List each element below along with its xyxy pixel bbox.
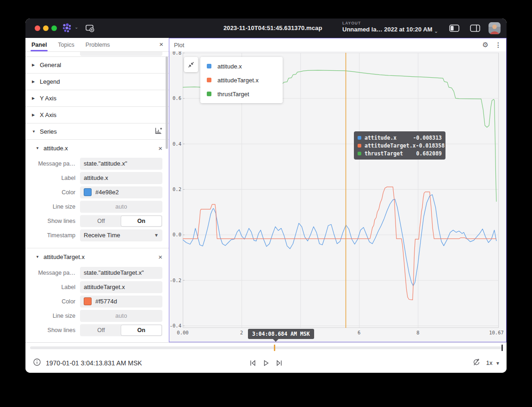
seek-backward-button[interactable] (249, 359, 257, 367)
info-icon[interactable] (33, 358, 41, 368)
x-axis-tick-label: 10.67 (486, 330, 506, 335)
add-panel-icon[interactable] (85, 23, 95, 35)
tooltip-swatch (358, 136, 361, 140)
line-size-input[interactable]: auto (80, 201, 162, 213)
message-path-input[interactable]: state."attitudeTarget.x" (80, 267, 162, 279)
minimize-window-button[interactable] (43, 25, 49, 31)
series-editor-header-attitude-target-x[interactable]: ▼ attitudeTarget.x × (25, 248, 169, 264)
collapse-legend-button[interactable] (184, 57, 198, 72)
playback-right-controls: 1x ▼ (472, 358, 500, 368)
color-label: Color (25, 298, 80, 305)
scrubber-playhead-marker[interactable] (501, 345, 503, 351)
chevron-down-icon: ▼ (36, 146, 41, 150)
legend-item-thrust-target[interactable]: thrustTarget (200, 87, 283, 101)
file-title: 2023-11-10T04:51:45.631370.mcap (223, 25, 322, 31)
transport-controls (249, 359, 283, 367)
plot-panel-title: Plot (174, 42, 184, 49)
sidebar-scrollbar[interactable] (166, 56, 168, 149)
right-sidebar-toggle-icon[interactable] (470, 24, 481, 34)
loop-disabled-icon[interactable] (472, 358, 481, 368)
color-input[interactable]: #f5774d (80, 296, 162, 308)
foxglove-logo-icon[interactable] (62, 23, 73, 36)
user-avatar[interactable] (489, 22, 501, 34)
sidebar-scroll-area[interactable]: Title Plot ▶ General ▶ Legend ▶ Y Axis (25, 52, 169, 342)
series-fields-attitude-target-x: Message pa… state."attitudeTarget.x" Lab… (25, 264, 169, 340)
zoom-window-button[interactable] (51, 25, 57, 31)
show-lines-label: Show lines (25, 327, 80, 333)
app-window: ⌄ 2023-11-10T04:51:45.631370.mcap LAYOUT… (25, 18, 507, 373)
remove-series-icon[interactable]: × (158, 253, 162, 260)
section-y-axis[interactable]: ▶ Y Axis (25, 90, 169, 106)
title-bar: ⌄ 2023-11-10T04:51:45.631370.mcap LAYOUT… (25, 18, 507, 38)
line-size-input[interactable]: auto (80, 310, 162, 322)
legend-item-attitude-x[interactable]: attitude.x (200, 59, 283, 73)
more-options-icon[interactable]: ⋮ (495, 41, 501, 49)
tab-panel[interactable]: Panel (31, 38, 47, 51)
add-series-icon[interactable] (155, 127, 162, 136)
section-series[interactable]: ▼ Series (25, 123, 169, 140)
message-path-label: Message pa… (25, 160, 80, 167)
label-input[interactable]: attitude.x (80, 172, 162, 184)
section-legend[interactable]: ▶ Legend (25, 73, 169, 90)
play-button[interactable] (262, 359, 270, 367)
timeline-scrubber[interactable] (30, 346, 503, 349)
chevron-down-icon: ▼ (32, 130, 37, 134)
line-size-label: Line size (25, 204, 80, 210)
sidebar-close-icon[interactable]: × (159, 40, 163, 48)
timestamp-label: Timestamp (25, 232, 80, 239)
legend-swatch (207, 92, 211, 96)
layout-caret-icon: ⌄ (434, 28, 438, 34)
color-input[interactable]: #4e98e2 (80, 186, 162, 198)
sidebar-tab-bar: Panel Topics Problems × (25, 38, 169, 52)
legend-swatch (207, 78, 211, 82)
tab-problems[interactable]: Problems (86, 38, 110, 51)
label-input[interactable]: attitudeTarget.x (80, 281, 162, 293)
legend-swatch (207, 64, 211, 68)
chevron-down-icon: ▼ (495, 361, 500, 366)
color-swatch[interactable] (84, 297, 92, 305)
seek-forward-button[interactable] (275, 359, 283, 367)
timestamp-value: Receive Time (84, 232, 120, 239)
y-axis-tick-label: 0.0 (169, 232, 181, 237)
color-hex-text: #f5774d (95, 298, 117, 305)
chart-area[interactable]: 0.80.60.40.20.0-0.2-0.4 0.00246810.67 at… (169, 51, 506, 342)
y-axis-tick-label: 0.4 (169, 141, 181, 147)
settings-gear-icon[interactable]: ⚙ (483, 41, 489, 49)
left-sidebar-toggle-icon[interactable] (449, 24, 460, 34)
scrubber-hover-marker (274, 345, 275, 351)
show-lines-off-button[interactable]: Off (81, 216, 121, 226)
close-window-button[interactable] (35, 25, 40, 31)
playback-speed-selector[interactable]: 1x ▼ (486, 359, 500, 366)
color-swatch[interactable] (84, 188, 92, 196)
show-lines-off-button[interactable]: Off (81, 325, 121, 335)
section-general[interactable]: ▶ General (25, 56, 169, 73)
plot-panel[interactable]: Plot ⚙ ⋮ 0.80.60.40.20.0-0.2-0.4 0.00246… (169, 38, 507, 342)
chevron-right-icon: ▶ (32, 113, 37, 117)
show-lines-on-button[interactable]: On (121, 216, 161, 226)
collapse-arrows-icon (187, 61, 195, 68)
layout-label: LAYOUT (342, 21, 433, 25)
speed-value: 1x (486, 359, 493, 366)
message-path-input[interactable]: state."attitude.x" (80, 158, 162, 170)
layout-selector[interactable]: LAYOUT Unnamed la… 2022 at 10:20 AM ⌄ (342, 21, 433, 33)
show-lines-toggle: Off On (80, 324, 162, 336)
main-content: Panel Topics Problems × Title Plot ▶ Gen… (25, 38, 507, 342)
chart-hover-tooltip: attitude.x -0.008313 attitudeTarget.x -0… (354, 131, 445, 160)
chevron-down-icon: ▼ (36, 255, 41, 259)
remove-series-icon[interactable]: × (158, 145, 162, 152)
show-lines-toggle: Off On (80, 215, 162, 227)
legend-item-attitude-target-x[interactable]: attitudeTarget.x (200, 73, 283, 87)
y-axis-tick-label: 0.6 (169, 95, 181, 101)
y-axis-tick-label: -0.2 (169, 278, 181, 283)
show-lines-on-button[interactable]: On (121, 325, 161, 335)
tooltip-swatch (358, 152, 361, 155)
clipped-title-row: Title Plot (25, 52, 169, 56)
app-menu-caret-icon[interactable]: ⌄ (74, 25, 78, 30)
series-editor-header-attitude-x[interactable]: ▼ attitude.x × (25, 142, 169, 154)
section-x-axis[interactable]: ▶ X Axis (25, 106, 169, 123)
timestamp-select[interactable]: Receive Time ▼ (80, 229, 162, 241)
tab-topics[interactable]: Topics (58, 38, 74, 51)
chart-legend: attitude.x attitudeTarget.x thrustTarget (200, 57, 283, 103)
y-axis-tick-label: -0.4 (169, 323, 181, 328)
panel-title-input[interactable]: Plot (80, 52, 162, 56)
